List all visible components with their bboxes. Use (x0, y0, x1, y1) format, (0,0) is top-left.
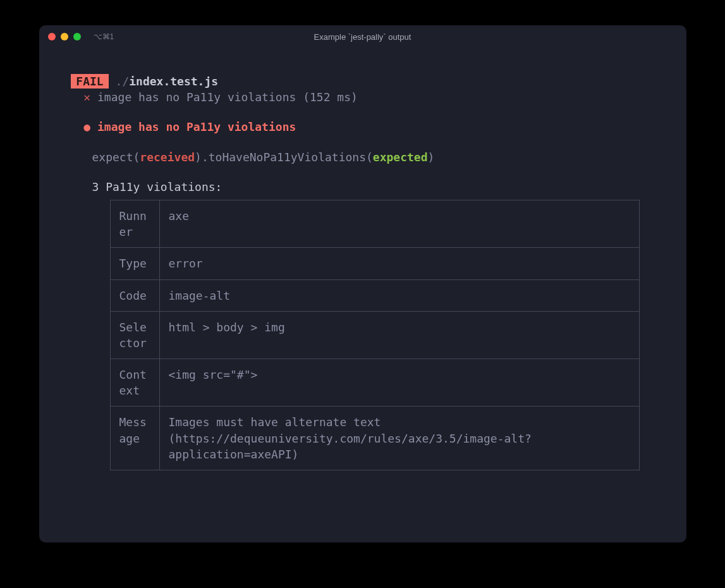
violation-value: error (159, 248, 639, 279)
bullet-icon: ● (83, 120, 90, 133)
failed-test-line: ● image has no Pa11y violations (64, 119, 661, 135)
fail-badge: FAIL (71, 74, 108, 89)
expect-line: expect(received).toHaveNoPa11yViolations… (64, 149, 661, 165)
violation-label: Code (110, 279, 159, 311)
violation-value: axe (159, 200, 639, 247)
traffic-lights (48, 33, 81, 40)
violation-label: Selector (110, 311, 159, 358)
titlebar: ⌥⌘1 Example `jest-pally` output (39, 25, 686, 48)
table-row: Context<img src="#"> (110, 359, 639, 407)
violation-label: Context (110, 359, 159, 407)
violation-value: image-alt (159, 279, 639, 311)
violation-value: Images must have alternate text (https:/… (159, 407, 639, 470)
violations-table: RunneraxeTypeerrorCodeimage-altSelectorh… (110, 200, 640, 470)
path-file: index.test.js (129, 75, 218, 88)
table-row: Codeimage-alt (110, 279, 639, 311)
minimize-icon[interactable] (61, 33, 68, 40)
violation-label: Runner (110, 200, 159, 247)
table-row: Runneraxe (110, 200, 639, 247)
table-row: Selectorhtml > body > img (110, 311, 639, 358)
test-summary-line: ✕ image has no Pa11y violations (152 ms) (64, 89, 661, 105)
expect-suffix: ) (428, 150, 435, 164)
expect-prefix: expect( (92, 150, 140, 164)
received-token: received (140, 150, 195, 164)
fail-line: FAIL ./index.test.js (64, 73, 661, 89)
table-row: MessageImages must have alternate text (… (110, 407, 639, 470)
close-icon[interactable] (48, 33, 56, 40)
violations-header: 3 Pa11y violations: (64, 179, 661, 195)
failed-test-name: image has no Pa11y violations (97, 120, 296, 133)
window-title: Example `jest-pally` output (314, 32, 411, 42)
violation-value: html > body > img (159, 311, 639, 358)
expected-token: expected (373, 150, 428, 164)
maximize-icon[interactable] (73, 33, 81, 40)
test-summary: image has no Pa11y violations (152 ms) (97, 90, 358, 104)
violation-label: Message (110, 407, 159, 470)
path-prefix: ./ (116, 75, 130, 88)
tab-label: ⌥⌘1 (94, 32, 114, 41)
violation-label: Type (110, 248, 159, 279)
terminal-window: ⌥⌘1 Example `jest-pally` output FAIL ./i… (39, 25, 686, 542)
expect-mid: ).toHaveNoPa11yViolations( (195, 150, 373, 164)
terminal-output: FAIL ./index.test.js ✕ image has no Pa11… (39, 48, 686, 542)
violation-value: <img src="#"> (159, 359, 639, 407)
table-row: Typeerror (110, 248, 639, 279)
cross-icon: ✕ (83, 90, 90, 104)
